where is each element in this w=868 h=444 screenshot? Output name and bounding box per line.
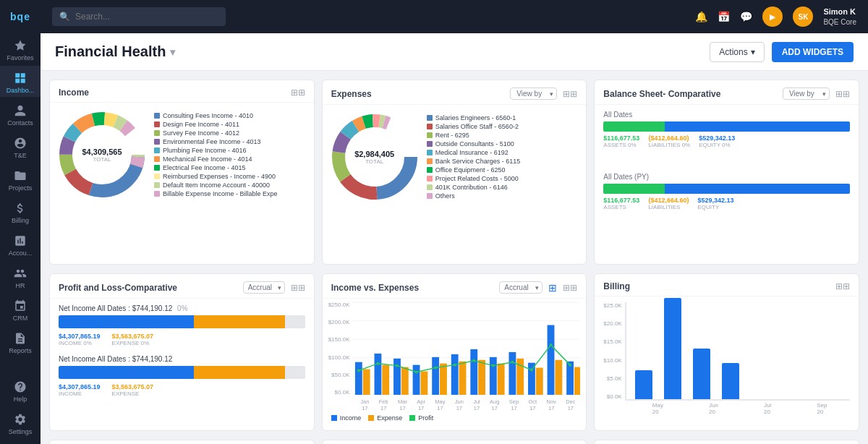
ive-month-labels: Jan17Feb17Mar17Apr17May17Jun17Jul17Aug17… <box>356 398 581 411</box>
sidebar-label-hr: HR <box>16 282 25 289</box>
actions-button[interactable]: Actions ▾ <box>710 42 764 62</box>
income-legend-item: Mechanical Fee Income - 4014 <box>154 155 305 163</box>
sidebar-label-billing: Billing <box>12 217 29 224</box>
expenses-total-label: TOTAL <box>354 158 394 165</box>
expenses-widget: Expenses View by ⊞⊞ <box>322 80 587 265</box>
income-vs-expenses-widget: Income vs. Expenses Accrual ⊞ ⊞⊞ <box>322 273 587 431</box>
sidebar-bottom: Help Settings <box>0 375 41 444</box>
chat-icon[interactable]: 💬 <box>740 11 752 22</box>
net-income-label-1: Net Income All Dates : $744,190.12 0% <box>59 304 305 312</box>
billing-bar-may <box>635 370 652 399</box>
ive-grid-icon[interactable]: ⊞ <box>548 282 557 294</box>
pnl-accrual-wrapper: Accrual <box>243 281 285 294</box>
svg-rect-35 <box>529 363 536 395</box>
add-widgets-button[interactable]: ADD WIDGETS <box>772 42 854 62</box>
sidebar-item-help[interactable]: Help <box>0 375 41 406</box>
pnl-section-2: Net Income All Dates : $744,190.12 $4,30… <box>59 355 305 397</box>
income-donut-label: $4,309,565 TOTAL <box>82 148 122 163</box>
legend-text: Salaries Office Staff - 6560-2 <box>435 123 519 130</box>
pnl-income-metric-1: $4,307,865.19 INCOME 0% <box>59 333 101 346</box>
aged-receivables-header: Aged Receivables ⊞⊞ <box>50 440 314 444</box>
sidebar-item-contacts[interactable]: Contacts <box>0 98 41 129</box>
sidebar-label-accounts: Accou... <box>9 249 33 257</box>
billing-filter-icon[interactable]: ⊞⊞ <box>835 281 850 291</box>
income-total-amount: $4,309,565 <box>82 148 122 156</box>
notification-icon[interactable]: 🔔 <box>695 11 707 22</box>
pnl-expense-metric-2: $3,563,675.07 EXPENSE <box>112 383 154 397</box>
legend-dot <box>427 150 433 155</box>
user-subtitle: BQE Core <box>823 17 856 27</box>
ive-accrual-wrapper: Accrual <box>499 281 542 294</box>
legend-dot <box>427 158 433 164</box>
billing-header: Billing ⊞⊞ <box>595 274 859 296</box>
sidebar-item-crm[interactable]: CRM <box>0 294 41 325</box>
svg-rect-31 <box>451 354 459 395</box>
profit-loss-widget: Profit and Loss-Comparative Accrual ⊞⊞ <box>49 273 315 431</box>
svg-rect-28 <box>394 359 401 395</box>
svg-point-53 <box>415 371 418 374</box>
expenses-filter-icon[interactable]: ⊞⊞ <box>563 89 577 99</box>
help-icon <box>14 380 27 393</box>
expenses-legend-item: Bank Service Charges - 6115 <box>427 158 578 165</box>
equity-py-metric: $529,342.13 EQUITY <box>697 197 733 210</box>
svg-rect-41 <box>421 371 428 394</box>
sidebar-item-reports[interactable]: Reports <box>0 326 41 357</box>
balance-viewby-select[interactable]: View by <box>783 87 830 100</box>
search-wrapper: 🔍 <box>52 7 226 26</box>
billing-widget: Billing ⊞⊞ $25.0K $20.0K $15.0K $10.0K $… <box>594 273 859 431</box>
profit-legend-text: Profit <box>418 414 433 422</box>
search-input[interactable] <box>52 7 226 26</box>
ive-accrual-select[interactable]: Accrual <box>499 281 542 294</box>
svg-point-60 <box>550 343 553 346</box>
ive-filter-icon[interactable]: ⊞⊞ <box>563 283 577 293</box>
assets-metric: $116,677.53 ASSETS 0% <box>603 135 639 148</box>
expenses-viewby-select[interactable]: View by <box>510 87 557 100</box>
sidebar-label-dashboard: Dashbo... <box>7 87 35 94</box>
svg-point-52 <box>396 364 399 367</box>
sidebar-item-dashboard[interactable]: Dashbo... <box>0 66 41 97</box>
expenses-total-amount: $2,984,405 <box>354 150 394 158</box>
page-title-chevron[interactable]: ▾ <box>170 46 175 58</box>
month-label: Sep17 <box>509 398 519 411</box>
legend-text: Salaries Engineers - 6560-1 <box>435 114 516 121</box>
profit-legend-color <box>409 415 415 421</box>
income-legend-item: Environmental Fee Income - 4013 <box>154 138 305 145</box>
income-legend-color <box>331 415 337 421</box>
assets-label: ASSETS 0% <box>603 142 639 148</box>
income-filter-icon[interactable]: ⊞⊞ <box>291 87 305 98</box>
ive-header: Income vs. Expenses Accrual ⊞ ⊞⊞ <box>323 274 587 299</box>
page-title: Financial Health ▾ <box>55 43 175 60</box>
svg-rect-45 <box>498 364 505 395</box>
expense-legend-text: Expense <box>377 414 402 422</box>
sidebar-item-billing[interactable]: Billing <box>0 196 41 227</box>
pnl-income-label-2: INCOME <box>59 390 101 397</box>
liabilities-py-label: LIABILITIES <box>648 204 689 210</box>
svg-rect-36 <box>548 325 555 395</box>
crm-icon <box>14 299 27 312</box>
sidebar-item-favorites[interactable]: Favorites <box>0 33 41 64</box>
sidebar-item-settings[interactable]: Settings <box>0 407 41 438</box>
legend-dot <box>154 113 160 119</box>
all-dates-py-label: All Dates (PY) <box>603 173 850 181</box>
ive-chart-area: $250.0K $200.0K $150.0K $100.0K $50.0K $… <box>328 302 581 398</box>
income-legend-item: Consulting Fees Income - 4010 <box>154 112 305 119</box>
liabilities-value: ($412,664.60) <box>648 135 690 142</box>
balance-filter-icon[interactable]: ⊞⊞ <box>835 89 850 99</box>
billing-bar-sep-rect <box>722 363 739 399</box>
pnl-header: Profit and Loss-Comparative Accrual ⊞⊞ <box>50 274 314 299</box>
pnl-income-label-1: INCOME 0% <box>59 340 101 346</box>
sidebar-item-projects[interactable]: Projects <box>0 163 41 195</box>
sidebar-item-accounts[interactable]: Accou... <box>0 229 41 260</box>
legend-text: Design Fee Income - 4011 <box>163 121 239 128</box>
expenses-donut-container: $2,984,405 TOTAL Salaries Engineers - 65… <box>331 111 578 203</box>
income-donut-container: $4,309,565 TOTAL Consulting Fees Income … <box>59 108 305 201</box>
svg-point-50 <box>357 370 360 372</box>
legend-dot <box>154 148 160 153</box>
pnl-accrual-select[interactable]: Accrual <box>243 281 285 294</box>
calendar-icon[interactable]: 📅 <box>718 11 730 22</box>
pnl-bar-1 <box>59 315 305 328</box>
sidebar-item-te[interactable]: T&E <box>0 131 41 162</box>
account-balances-header: Account Balances Accrual ⊞⊞ <box>323 440 587 444</box>
pnl-filter-icon[interactable]: ⊞⊞ <box>291 283 305 293</box>
sidebar-item-hr[interactable]: HR <box>0 261 41 292</box>
